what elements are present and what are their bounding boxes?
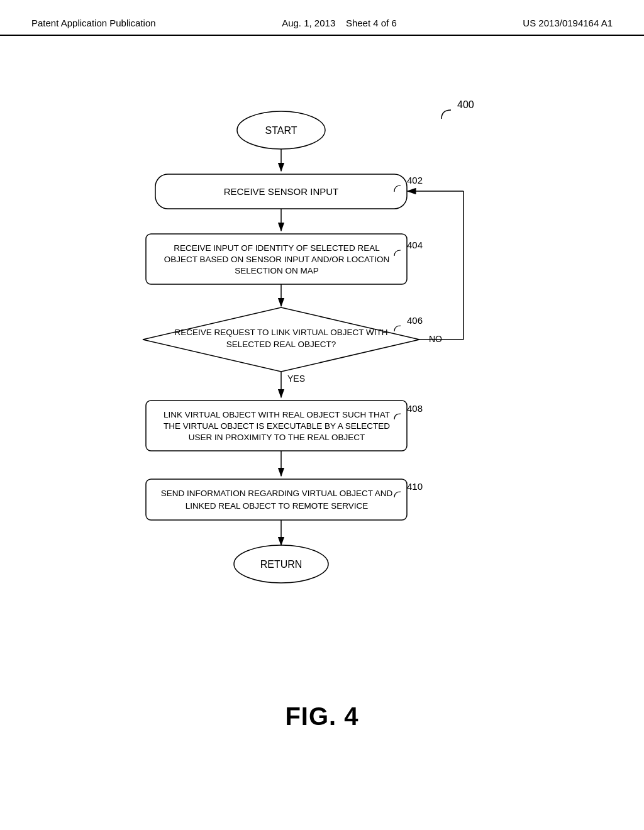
node-406-line2: SELECTED REAL OBJECT? xyxy=(226,340,336,349)
node-406-yes-label: YES xyxy=(287,374,305,384)
node-404-line3: SELECTION ON MAP xyxy=(235,266,319,275)
node-410-line1: SEND INFORMATION REGARDING VIRTUAL OBJEC… xyxy=(161,489,393,498)
node-408-line3: USER IN PROXIMITY TO THE REAL OBJECT xyxy=(189,433,365,442)
node-404-line2: OBJECT BASED ON SENSOR INPUT AND/OR LOCA… xyxy=(164,255,390,264)
flowchart-svg: 400 START 402 RECEIVE SENSOR INPUT 404 R… xyxy=(86,61,558,721)
ref-406-label: 406 xyxy=(407,315,423,326)
diagram-area: 400 START 402 RECEIVE SENSOR INPUT 404 R… xyxy=(0,36,644,765)
node-410-line2: LINKED REAL OBJECT TO REMOTE SERVICE xyxy=(186,501,368,511)
ref-408-label: 408 xyxy=(407,403,423,414)
node-406-no-label: NO xyxy=(429,334,442,344)
return-label: RETURN xyxy=(260,559,303,570)
ref-400-label: 400 xyxy=(457,99,474,110)
header-publication-label: Patent Application Publication xyxy=(31,18,156,28)
ref-410-label: 410 xyxy=(407,481,423,492)
header-date: Aug. 1, 2013 xyxy=(282,18,335,28)
page-header: Patent Application Publication Aug. 1, 2… xyxy=(0,0,644,36)
node-406-line1: RECEIVE REQUEST TO LINK VIRTUAL OBJECT W… xyxy=(175,328,388,337)
node-402-text: RECEIVE SENSOR INPUT xyxy=(224,186,339,197)
header-date-sheet: Aug. 1, 2013 Sheet 4 of 6 xyxy=(282,18,397,28)
node-410-box xyxy=(146,479,407,520)
node-408-line1: LINK VIRTUAL OBJECT WITH REAL OBJECT SUC… xyxy=(164,410,390,419)
start-label: START xyxy=(265,125,297,136)
header-sheet: Sheet 4 of 6 xyxy=(346,18,397,28)
figure-label: FIG. 4 xyxy=(285,702,358,731)
node-404-line1: RECEIVE INPUT OF IDENTITY OF SELECTED RE… xyxy=(174,243,380,253)
ref-404-label: 404 xyxy=(407,240,423,250)
header-patent-number: US 2013/0194164 A1 xyxy=(523,18,613,28)
node-408-line2: THE VIRTUAL OBJECT IS EXECUTABLE BY A SE… xyxy=(164,421,390,431)
ref-402-label: 402 xyxy=(407,175,423,185)
